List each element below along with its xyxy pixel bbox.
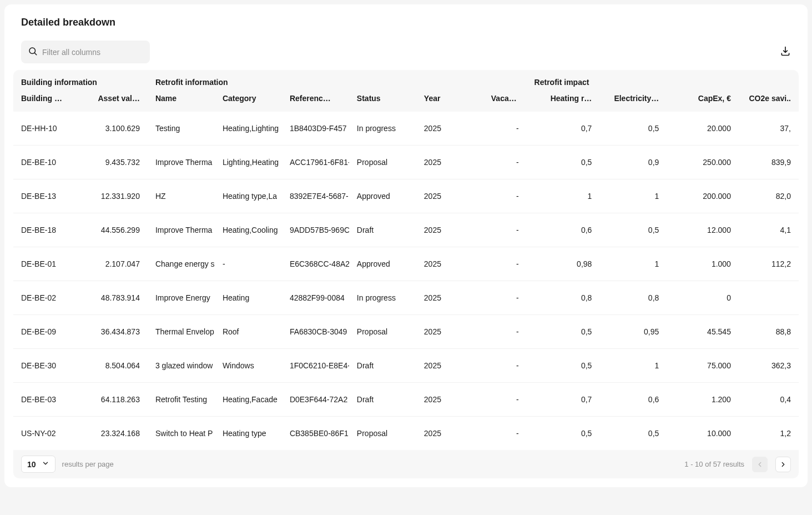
cell-category: - bbox=[215, 247, 282, 281]
table-row[interactable]: DE-BE-0248.783.914Improve EnergyHeating4… bbox=[13, 281, 799, 315]
cell-electricity: 0,95 bbox=[599, 315, 667, 349]
cell-name: 3 glazed window bbox=[148, 349, 215, 383]
search-field-wrapper[interactable] bbox=[21, 41, 150, 63]
group-header-building: Building information bbox=[13, 70, 148, 91]
cell-reference: ACC17961-6F81- bbox=[282, 146, 349, 179]
col-building[interactable]: Building … bbox=[13, 91, 80, 112]
cell-category: Heating type bbox=[215, 417, 282, 451]
cell-reference: 42882F99-0084 bbox=[282, 281, 349, 315]
cell-category: Heating bbox=[215, 281, 282, 315]
cell-year: 2025 bbox=[416, 213, 483, 247]
col-co2[interactable]: CO2e savi.. bbox=[739, 91, 799, 112]
table-row[interactable]: DE-BE-0936.434.873Thermal EnvelopRoofFA6… bbox=[13, 315, 799, 349]
cell-heating: 0,7 bbox=[527, 112, 600, 146]
cell-electricity: 0,5 bbox=[599, 417, 667, 451]
table-row[interactable]: DE-BE-1312.331.920HZHeating type,La8392E… bbox=[13, 179, 799, 213]
cell-name: Change energy s bbox=[148, 247, 215, 281]
cell-name: Improve Therma bbox=[148, 146, 215, 179]
cell-building: DE-HH-10 bbox=[13, 112, 80, 146]
cell-name: Switch to Heat P bbox=[148, 417, 215, 451]
cell-asset: 36.434.873 bbox=[80, 315, 148, 349]
cell-heating: 0,5 bbox=[527, 417, 600, 451]
cell-building: DE-BE-13 bbox=[13, 179, 80, 213]
cell-building: DE-BE-10 bbox=[13, 146, 80, 179]
cell-asset: 3.100.629 bbox=[80, 112, 148, 146]
footer-left: 10 results per page bbox=[21, 456, 114, 473]
table-row[interactable]: DE-BE-308.504.0643 glazed windowWindows1… bbox=[13, 349, 799, 383]
cell-year: 2025 bbox=[416, 383, 483, 417]
cell-co2: 88,8 bbox=[739, 315, 799, 349]
cell-capex: 1.200 bbox=[667, 383, 739, 417]
cell-electricity: 0,9 bbox=[599, 146, 667, 179]
page-title: Detailed breakdown bbox=[21, 17, 799, 28]
cell-vacancy: - bbox=[483, 179, 527, 213]
table-footer: 10 results per page 1 - 10 of 57 results bbox=[13, 450, 799, 478]
cell-asset: 23.324.168 bbox=[80, 417, 148, 451]
table-row[interactable]: DE-HH-103.100.629TestingHeating,Lighting… bbox=[13, 112, 799, 146]
cell-vacancy: - bbox=[483, 315, 527, 349]
cell-year: 2025 bbox=[416, 417, 483, 451]
cell-asset: 44.556.299 bbox=[80, 213, 148, 247]
cell-co2: 839,9 bbox=[739, 146, 799, 179]
cell-status: Draft bbox=[349, 213, 416, 247]
cell-asset: 2.107.047 bbox=[80, 247, 148, 281]
cell-building: DE-BE-18 bbox=[13, 213, 80, 247]
results-range: 1 - 10 of 57 results bbox=[684, 460, 744, 468]
cell-name: Thermal Envelop bbox=[148, 315, 215, 349]
table-row[interactable]: US-NY-0223.324.168Switch to Heat PHeatin… bbox=[13, 417, 799, 451]
cell-status: Draft bbox=[349, 349, 416, 383]
search-input[interactable] bbox=[42, 48, 143, 57]
footer-right: 1 - 10 of 57 results bbox=[684, 457, 791, 472]
table-row[interactable]: DE-BE-1844.556.299Improve ThermaHeating,… bbox=[13, 213, 799, 247]
cell-vacancy: - bbox=[483, 112, 527, 146]
col-asset[interactable]: Asset val… bbox=[80, 91, 148, 112]
chevron-down-icon bbox=[42, 459, 49, 469]
cell-heating: 0,5 bbox=[527, 146, 600, 179]
cell-building: US-NY-02 bbox=[13, 417, 80, 451]
cell-status: In progress bbox=[349, 112, 416, 146]
prev-page-button bbox=[752, 457, 768, 472]
cell-capex: 250.000 bbox=[667, 146, 739, 179]
breakdown-table: Building information Retrofit informatio… bbox=[13, 70, 799, 450]
page-size-select[interactable]: 10 bbox=[21, 456, 56, 473]
table-row[interactable]: DE-BE-012.107.047Change energy s-E6C368C… bbox=[13, 247, 799, 281]
col-reference[interactable]: Referenc… bbox=[282, 91, 349, 112]
cell-capex: 1.000 bbox=[667, 247, 739, 281]
cell-capex: 200.000 bbox=[667, 179, 739, 213]
results-per-page-label: results per page bbox=[62, 460, 114, 468]
col-name[interactable]: Name bbox=[148, 91, 215, 112]
cell-year: 2025 bbox=[416, 112, 483, 146]
column-header-row: Building … Asset val… Name Category Refe… bbox=[13, 91, 799, 112]
cell-co2 bbox=[739, 281, 799, 315]
col-capex[interactable]: CapEx, € bbox=[667, 91, 739, 112]
cell-co2: 1,2 bbox=[739, 417, 799, 451]
cell-asset: 48.783.914 bbox=[80, 281, 148, 315]
table-row[interactable]: DE-BE-109.435.732Improve ThermaLighting,… bbox=[13, 146, 799, 179]
cell-co2: 37, bbox=[739, 112, 799, 146]
cell-co2: 82,0 bbox=[739, 179, 799, 213]
cell-asset: 64.118.263 bbox=[80, 383, 148, 417]
cell-year: 2025 bbox=[416, 349, 483, 383]
col-status[interactable]: Status bbox=[349, 91, 416, 112]
cell-asset: 12.331.920 bbox=[80, 179, 148, 213]
next-page-button[interactable] bbox=[775, 457, 791, 472]
cell-year: 2025 bbox=[416, 315, 483, 349]
cell-capex: 45.545 bbox=[667, 315, 739, 349]
cell-capex: 10.000 bbox=[667, 417, 739, 451]
group-header-row: Building information Retrofit informatio… bbox=[13, 70, 799, 91]
col-year[interactable]: Year bbox=[416, 91, 483, 112]
download-button[interactable] bbox=[776, 42, 794, 62]
cell-reference: CB385BE0-86F1 bbox=[282, 417, 349, 451]
col-vacancy[interactable]: Vacancy … bbox=[483, 91, 527, 112]
cell-reference: D0E3F644-72A2 bbox=[282, 383, 349, 417]
cell-name: Testing bbox=[148, 112, 215, 146]
cell-vacancy: - bbox=[483, 383, 527, 417]
col-heating[interactable]: Heating r… bbox=[527, 91, 600, 112]
table-row[interactable]: DE-BE-0364.118.263Retrofit TestingHeatin… bbox=[13, 383, 799, 417]
cell-name: Improve Therma bbox=[148, 213, 215, 247]
svg-point-0 bbox=[29, 48, 36, 54]
col-electricity[interactable]: Electricity… bbox=[599, 91, 667, 112]
col-category[interactable]: Category bbox=[215, 91, 282, 112]
cell-co2: 4,1 bbox=[739, 213, 799, 247]
cell-reference: E6C368CC-48A2 bbox=[282, 247, 349, 281]
